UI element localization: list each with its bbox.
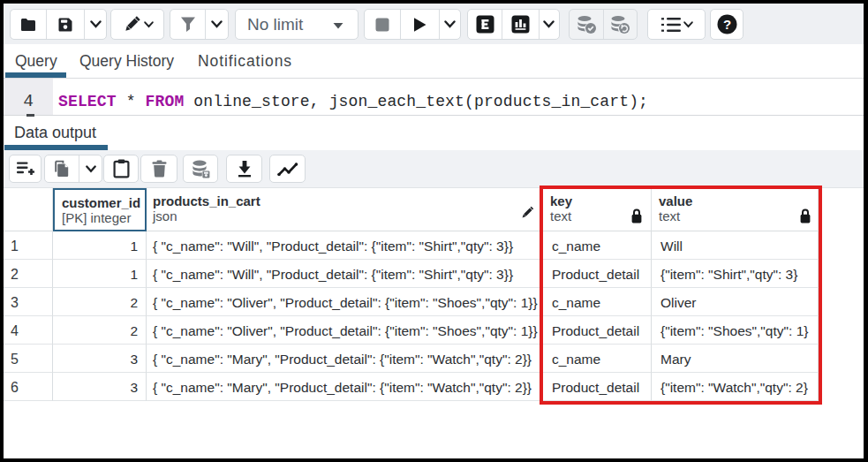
svg-text:?: ? (722, 17, 730, 32)
